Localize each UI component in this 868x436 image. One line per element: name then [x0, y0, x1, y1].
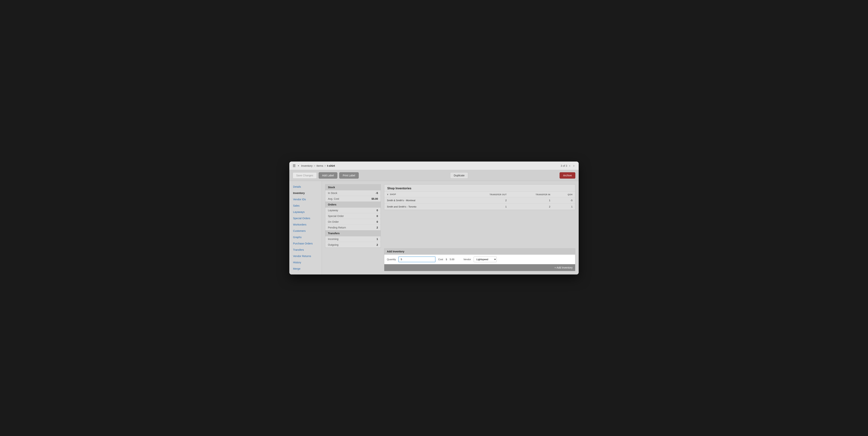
sort-arrow-icon: ∨: [387, 193, 389, 195]
shop-name-montreal: Smith & Smith's - Montreal: [384, 197, 460, 204]
cost-currency: $: [446, 258, 447, 261]
save-changes-button[interactable]: Save Changes: [293, 172, 317, 179]
transfers-header: Transfers: [325, 230, 380, 236]
stock-header: Stock: [325, 185, 380, 190]
orders-header: Orders: [325, 202, 380, 208]
sidebar-item-layaways[interactable]: Layaways: [289, 209, 321, 215]
prev-button[interactable]: ‹: [568, 163, 571, 168]
shop-inventories-title: Shop Inventories: [384, 185, 575, 192]
toolbar: Save Changes Add Label Print Label Dupli…: [289, 170, 579, 181]
hamburger-icon[interactable]: ☰: [293, 164, 296, 168]
add-inventory-header: Add Inventory: [384, 249, 575, 255]
qoh-toronto: 1: [553, 204, 575, 210]
stock-section: Stock In Stock -5 Avg. Cost $5.00: [325, 184, 381, 201]
vendor-select[interactable]: Lightspeed Other: [474, 256, 497, 262]
avg-cost-row: Avg. Cost $5.00: [325, 196, 380, 201]
transfer-in-montreal: 1: [509, 197, 553, 204]
sidebar-item-vendor-ids[interactable]: Vendor IDs: [289, 196, 321, 203]
on-order-row: On Order 0: [325, 219, 380, 225]
top-bar: ☰ ▪ Inventory > Items > t-shirt 3 of 3 ‹…: [289, 161, 579, 170]
transfer-in-toronto: 2: [509, 204, 553, 210]
pending-return-row: Pending Return 2: [325, 225, 380, 230]
incoming-value: 1: [376, 238, 378, 241]
sidebar-item-purchase-orders[interactable]: Purchase Orders: [289, 240, 321, 247]
nav-counter: 3 of 3 ‹ ›: [561, 163, 575, 168]
doc-icon: ▪: [298, 164, 299, 167]
breadcrumb-sep2: >: [324, 164, 326, 167]
col-transfer-out[interactable]: TRANSFER OUT: [460, 192, 509, 197]
sidebar-item-transfers[interactable]: Transfers: [289, 247, 321, 253]
add-inventory-form-row: Quantity Cost $ 5.00 Vendor Lightspeed O…: [384, 255, 575, 264]
sidebar-item-history[interactable]: History: [289, 259, 321, 266]
sidebar-item-workorders[interactable]: Workorders: [289, 221, 321, 228]
add-inventory-button-row: + Add Inventory: [384, 264, 575, 271]
outgoing-value: 2: [376, 243, 378, 246]
add-label-button[interactable]: Add Label: [319, 172, 337, 179]
sidebar-item-merge[interactable]: Merge: [289, 266, 321, 272]
sidebar-item-inventory[interactable]: Inventory: [289, 190, 321, 196]
duplicate-button[interactable]: Duplicate: [450, 172, 468, 179]
right-panel: Shop Inventories ∨ SHOP TRANSFER OUT TRA…: [384, 184, 575, 271]
outgoing-label: Outgoing: [328, 243, 376, 246]
add-inventory-button[interactable]: + Add Inventory: [554, 266, 572, 269]
sidebar-item-special-orders[interactable]: Special Orders: [289, 215, 321, 221]
avg-cost-value: $5.00: [372, 197, 378, 200]
breadcrumb: Inventory > Items > t-shirt: [301, 164, 558, 167]
breadcrumb-sep1: >: [314, 164, 315, 167]
col-shop[interactable]: ∨ SHOP: [384, 192, 460, 197]
shop-name-toronto: Smith and Smith's - Toronto: [384, 204, 460, 210]
transfer-out-montreal: 2: [460, 197, 509, 204]
orders-section: Orders Layaway 0 Special Order 0 On Orde…: [325, 201, 381, 230]
in-stock-label: In Stock: [328, 192, 376, 194]
quantity-label: Quantity: [387, 258, 396, 261]
next-button[interactable]: ›: [572, 163, 575, 168]
special-order-row: Special Order 0: [325, 213, 380, 219]
sidebar-item-details[interactable]: Details: [289, 184, 321, 190]
shop-inventories-table: ∨ SHOP TRANSFER OUT TRANSFER IN QOH Smit…: [384, 192, 575, 210]
layaway-label: Layaway: [328, 209, 376, 212]
shop-row-montreal: Smith & Smith's - Montreal 2 1 -5: [384, 197, 575, 204]
transfers-section: Transfers Incoming 1 Outgoing 2: [325, 230, 381, 248]
col-transfer-in[interactable]: TRANSFER IN: [509, 192, 553, 197]
shop-row-toronto: Smith and Smith's - Toronto 1 2 1: [384, 204, 575, 210]
vendor-label: Vendor: [463, 258, 471, 261]
sidebar-item-graphs[interactable]: Graphs: [289, 234, 321, 240]
sidebar-item-sales[interactable]: Sales: [289, 203, 321, 209]
sidebar-item-customers[interactable]: Customers: [289, 228, 321, 234]
col-shop-label: SHOP: [390, 193, 396, 195]
left-panel: Stock In Stock -5 Avg. Cost $5.00 Orders…: [325, 184, 381, 271]
breadcrumb-items[interactable]: Items: [316, 164, 323, 167]
incoming-row: Incoming 1: [325, 236, 380, 242]
special-order-label: Special Order: [328, 215, 376, 218]
qoh-montreal: -5: [553, 197, 575, 204]
breadcrumb-root[interactable]: Inventory: [301, 164, 313, 167]
shop-inventories-section: Shop Inventories ∨ SHOP TRANSFER OUT TRA…: [384, 184, 575, 210]
pending-return-label: Pending Return: [328, 226, 376, 229]
add-inventory-section: Add Inventory Quantity Cost $ 5.00 Vendo…: [384, 248, 575, 271]
incoming-label: Incoming: [328, 238, 376, 241]
pending-return-value: 2: [376, 226, 378, 229]
col-qoh[interactable]: QOH: [553, 192, 575, 197]
layaway-row: Layaway 0: [325, 208, 380, 213]
archive-button[interactable]: Archive: [560, 172, 575, 179]
in-stock-value: -5: [376, 192, 378, 194]
outgoing-row: Outgoing 2: [325, 242, 380, 248]
layaway-value: 0: [376, 209, 378, 212]
counter-text: 3 of 3: [561, 164, 567, 167]
on-order-value: 0: [376, 220, 378, 223]
main-layout: Details Inventory Vendor IDs Sales Layaw…: [289, 181, 579, 275]
cost-label: Cost: [438, 258, 443, 261]
avg-cost-label: Avg. Cost: [328, 197, 372, 200]
sidebar: Details Inventory Vendor IDs Sales Layaw…: [289, 181, 322, 275]
in-stock-row: In Stock -5: [325, 190, 380, 196]
print-label-button[interactable]: Print Label: [339, 172, 359, 179]
on-order-label: On Order: [328, 220, 376, 223]
quantity-input[interactable]: [398, 256, 435, 262]
sidebar-item-vendor-returns[interactable]: Vendor Returns: [289, 253, 321, 259]
content-area: Stock In Stock -5 Avg. Cost $5.00 Orders…: [322, 181, 579, 275]
main-window: ☰ ▪ Inventory > Items > t-shirt 3 of 3 ‹…: [289, 161, 579, 275]
cost-value: 5.00: [450, 258, 461, 261]
transfer-out-toronto: 1: [460, 204, 509, 210]
special-order-value: 0: [376, 215, 378, 218]
breadcrumb-current: t-shirt: [327, 164, 335, 167]
